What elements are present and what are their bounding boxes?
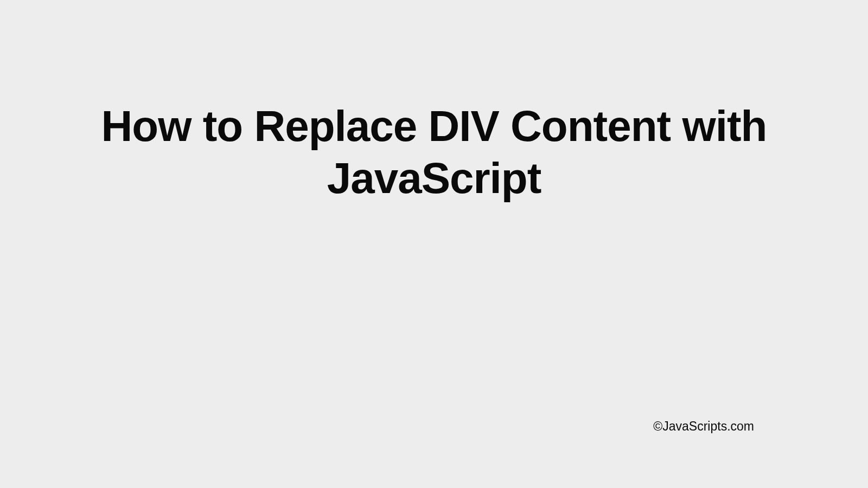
slide-container: How to Replace DIV Content with JavaScri… xyxy=(0,0,868,488)
slide-title: How to Replace DIV Content with JavaScri… xyxy=(43,100,825,204)
slide-footer: ©JavaScripts.com xyxy=(653,419,754,434)
